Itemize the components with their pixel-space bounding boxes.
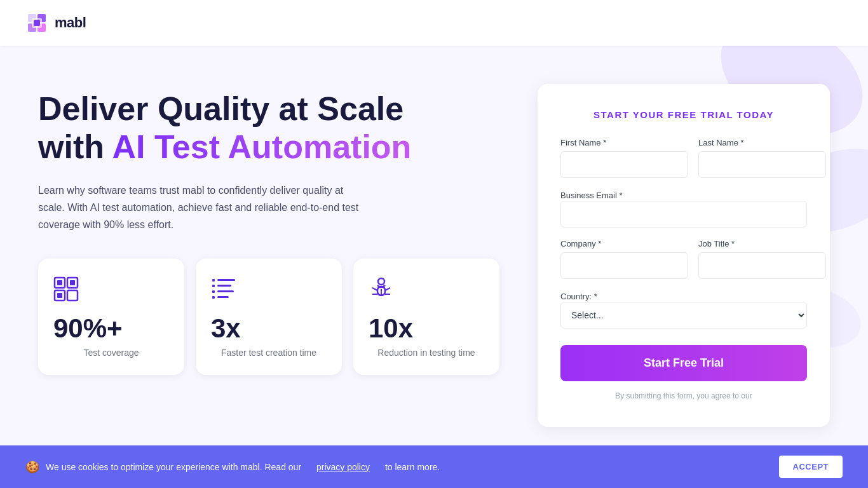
cookie-text: 🍪 We use cookies to optimize your experi… <box>25 460 440 474</box>
stat-number-reduction: 10x <box>369 315 484 342</box>
submit-button[interactable]: Start Free Trial <box>560 345 807 381</box>
last-name-input[interactable] <box>698 151 826 178</box>
svg-rect-16 <box>57 293 62 298</box>
svg-rect-21 <box>217 285 231 287</box>
header: mabl <box>0 0 868 46</box>
email-label: Business Email * <box>560 191 623 200</box>
svg-rect-14 <box>70 280 75 285</box>
email-section: Business Email * <box>560 189 807 227</box>
form-disclaimer: By submitting this form, you agree to ou… <box>560 390 807 402</box>
signup-form: First Name * Last Name * Business Email … <box>560 138 807 402</box>
svg-rect-23 <box>217 290 234 292</box>
first-name-label: First Name * <box>560 138 688 147</box>
form-title: START YOUR FREE TRIAL TODAY <box>560 109 807 120</box>
svg-rect-19 <box>217 279 235 281</box>
svg-rect-10 <box>34 20 40 26</box>
bug-icon <box>369 276 484 306</box>
svg-rect-18 <box>212 279 215 281</box>
country-section: Country: * Select... United States Unite… <box>560 290 807 329</box>
job-title-label: Job Title * <box>698 239 826 248</box>
right-column: START YOUR FREE TRIAL TODAY First Name *… <box>538 84 830 427</box>
main-container: Deliver Quality at Scale with AI Test Au… <box>0 46 868 452</box>
logo[interactable]: mabl <box>25 11 86 34</box>
stat-card-creation: 3x Faster test creation time <box>196 259 342 375</box>
company-group: Company * <box>560 239 688 279</box>
stat-number-coverage: 90%+ <box>53 315 169 342</box>
last-name-group: Last Name * <box>698 138 826 178</box>
email-input[interactable] <box>560 201 807 227</box>
country-label: Country: * <box>560 292 597 301</box>
svg-point-26 <box>378 278 384 285</box>
stat-label-coverage: Test coverage <box>53 347 169 360</box>
list-icon <box>211 276 327 306</box>
country-select[interactable]: Select... United States United Kingdom C… <box>560 302 807 329</box>
name-row: First Name * Last Name * <box>560 138 807 178</box>
cookie-text-after: to learn more. <box>385 462 440 472</box>
first-name-group: First Name * <box>560 138 688 178</box>
stats-row: 90%+ Test coverage <box>38 259 499 375</box>
svg-line-29 <box>372 288 377 290</box>
mabl-logo-icon <box>25 11 48 34</box>
job-title-group: Job Title * <box>698 239 826 279</box>
left-column: Deliver Quality at Scale with AI Test Au… <box>38 84 499 375</box>
privacy-policy-link[interactable]: privacy policy <box>316 462 370 472</box>
stat-card-reduction: 10x Reduction in testing time <box>353 259 499 375</box>
stat-number-creation: 3x <box>211 315 327 342</box>
stat-label-reduction: Reduction in testing time <box>369 347 484 360</box>
svg-rect-22 <box>212 290 215 293</box>
hero-title: Deliver Quality at Scale with AI Test Au… <box>38 90 499 166</box>
company-input[interactable] <box>560 252 688 279</box>
form-card: START YOUR FREE TRIAL TODAY First Name *… <box>538 84 830 427</box>
hero-description: Learn why software teams trust mabl to c… <box>38 182 369 234</box>
svg-rect-24 <box>212 296 215 299</box>
svg-rect-12 <box>57 280 62 285</box>
svg-rect-25 <box>217 296 229 298</box>
company-label: Company * <box>560 239 688 248</box>
grid-icon <box>53 276 169 306</box>
stat-card-coverage: 90%+ Test coverage <box>38 259 184 375</box>
cookie-icon: 🍪 <box>25 460 39 474</box>
cookie-banner: 🍪 We use cookies to optimize your experi… <box>0 445 868 488</box>
logo-text: mabl <box>55 15 86 31</box>
accept-cookies-button[interactable]: ACCEPT <box>779 456 843 478</box>
cookie-message: We use cookies to optimize your experien… <box>46 462 301 472</box>
svg-line-30 <box>385 288 390 290</box>
svg-rect-17 <box>67 290 78 301</box>
first-name-input[interactable] <box>560 151 688 178</box>
stat-label-creation: Faster test creation time <box>211 347 327 360</box>
svg-rect-20 <box>212 285 215 287</box>
last-name-label: Last Name * <box>698 138 826 147</box>
company-row: Company * Job Title * <box>560 239 807 279</box>
job-title-input[interactable] <box>698 252 826 279</box>
